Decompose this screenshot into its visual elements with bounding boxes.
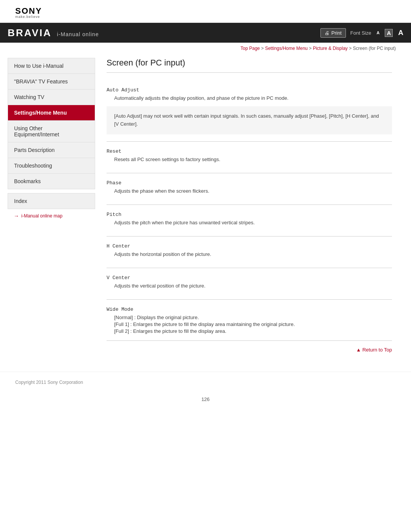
bravia-right: 🖨 Print Font Size A A A	[320, 28, 403, 38]
page-title: Screen (for PC input)	[107, 58, 392, 73]
sidebar-item-settings-home-menu[interactable]: Settings/Home Menu	[8, 105, 95, 120]
section-title-pitch: Pitch	[107, 212, 392, 217]
print-label: Print	[331, 30, 342, 36]
page-number: 126	[0, 389, 411, 414]
section-desc-v-center: Adjusts the vertical position of the pic…	[107, 283, 392, 289]
sidebar-index[interactable]: Index	[8, 193, 95, 209]
wide-mode-item-full1: [Full 1] : Enlarges the picture to fill …	[114, 321, 392, 327]
section-desc-pitch: Adjusts the pitch when the picture has u…	[107, 220, 392, 225]
top-bar: SONY make.believe	[0, 0, 411, 23]
print-button[interactable]: 🖨 Print	[320, 28, 346, 38]
footer: Copyright 2011 Sony Corporation	[0, 372, 411, 389]
print-icon: 🖨	[325, 30, 330, 36]
section-title-reset: Reset	[107, 149, 392, 154]
content-area: Screen (for PC input) Auto Adjust Automa…	[95, 54, 403, 364]
font-large-button[interactable]: A	[398, 29, 403, 37]
section-auto-adjust: Auto Adjust Automatically adjusts the di…	[107, 80, 392, 142]
breadcrumb-picture-display[interactable]: Picture & Display	[313, 46, 347, 51]
bravia-logo: BRAVIA	[8, 27, 52, 39]
arrow-right-icon: →	[14, 213, 19, 219]
breadcrumb-current: Screen (for PC input)	[353, 46, 396, 51]
section-title-wide-mode: Wide Mode	[107, 307, 392, 312]
wide-mode-list: [Normal] : Displays the original picture…	[107, 315, 392, 334]
sidebar-item-bravia-features[interactable]: "BRAVIA" TV Features	[8, 73, 95, 89]
section-v-center: V Center Adjusts the vertical position o…	[107, 268, 392, 300]
breadcrumb: Top Page > Settings/Home Menu > Picture …	[0, 43, 411, 54]
return-to-top-arrow-icon: ▲	[356, 347, 362, 353]
section-title-phase: Phase	[107, 180, 392, 186]
font-medium-button[interactable]: A	[385, 29, 393, 37]
sidebar-nav-section: How to Use i-Manual "BRAVIA" TV Features…	[8, 58, 95, 189]
sidebar-item-watching-tv[interactable]: Watching TV	[8, 89, 95, 105]
breadcrumb-sep2: >	[309, 46, 312, 51]
bravia-subtitle: i-Manual online	[57, 31, 99, 37]
breadcrumb-sep1: >	[261, 46, 264, 51]
section-desc-reset: Resets all PC screen settings to factory…	[107, 157, 392, 162]
sidebar-map-label: i-Manual online map	[21, 213, 62, 219]
section-wide-mode: Wide Mode [Normal] : Displays the origin…	[107, 300, 392, 341]
sidebar-item-how-to-use[interactable]: How to Use i-Manual	[8, 58, 95, 73]
bravia-left: BRAVIA i-Manual online	[8, 27, 99, 39]
main-layout: How to Use i-Manual "BRAVIA" TV Features…	[0, 54, 411, 372]
section-phase: Phase Adjusts the phase when the screen …	[107, 173, 392, 205]
section-title-h-center: H Center	[107, 243, 392, 249]
sidebar-item-bookmarks[interactable]: Bookmarks	[8, 173, 95, 189]
breadcrumb-sep3: >	[349, 46, 352, 51]
return-to-top-link[interactable]: ▲ Return to Top	[356, 347, 392, 353]
bravia-bar: BRAVIA i-Manual online 🖨 Print Font Size…	[0, 23, 411, 43]
breadcrumb-settings[interactable]: Settings/Home Menu	[265, 46, 307, 51]
sidebar: How to Use i-Manual "BRAVIA" TV Features…	[8, 54, 95, 364]
return-to-top-section: ▲ Return to Top	[107, 341, 392, 356]
breadcrumb-top-page[interactable]: Top Page	[241, 46, 260, 51]
sony-logo-text: SONY	[15, 7, 396, 15]
section-desc-h-center: Adjusts the horizontal position of the p…	[107, 251, 392, 257]
sidebar-item-parts-description[interactable]: Parts Description	[8, 142, 95, 158]
section-reset: Reset Resets all PC screen settings to f…	[107, 142, 392, 173]
copyright-text: Copyright 2011 Sony Corporation	[15, 380, 83, 385]
font-size-label: Font Size	[350, 30, 371, 36]
font-small-button[interactable]: A	[376, 30, 379, 35]
return-to-top-label: Return to Top	[362, 347, 392, 353]
sony-logo: SONY make.believe	[15, 7, 396, 19]
wide-mode-item-full2: [Full 2] : Enlarges the picture to fill …	[114, 328, 392, 334]
note-box-auto-adjust: [Auto Adjust] may not work well with cer…	[107, 106, 392, 134]
section-title-v-center: V Center	[107, 275, 392, 281]
section-desc-auto-adjust: Automatically adjusts the display positi…	[107, 95, 392, 101]
sidebar-item-using-other-equipment[interactable]: Using Other Equipment/Internet	[8, 120, 95, 142]
section-desc-phase: Adjusts the phase when the screen flicke…	[107, 188, 392, 194]
section-pitch: Pitch Adjusts the pitch when the picture…	[107, 205, 392, 236]
sony-tagline: make.believe	[15, 15, 396, 19]
wide-mode-item-normal: [Normal] : Displays the original picture…	[114, 315, 392, 320]
sidebar-item-troubleshooting[interactable]: Troubleshooting	[8, 158, 95, 173]
sidebar-map-link[interactable]: → i-Manual online map	[8, 209, 95, 223]
section-title-auto-adjust: Auto Adjust	[107, 87, 392, 93]
section-h-center: H Center Adjusts the horizontal position…	[107, 236, 392, 268]
